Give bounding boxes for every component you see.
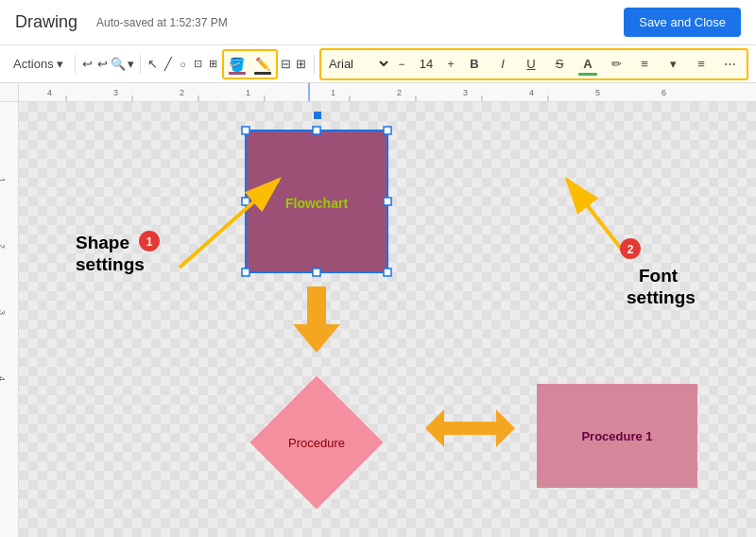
handle-tr[interactable]	[384, 127, 391, 134]
actions-chevron: ▾	[57, 57, 63, 71]
handle-ml[interactable]	[242, 198, 249, 205]
border-icon: ✏️	[255, 57, 270, 71]
drawing-surface[interactable]: Flowchart Procedure Procedure 1	[19, 102, 756, 537]
top-bar: Drawing Auto-saved at 1:52:37 PM Save an…	[0, 0, 756, 45]
fill-icon: 🪣	[229, 57, 245, 72]
underline-button[interactable]: U	[518, 51, 544, 78]
ruler-corner	[0, 83, 19, 102]
ruler-h-svg: 4 3 2 1 1 2 3 4 5 6	[19, 83, 756, 101]
svg-text:4: 4	[47, 88, 52, 97]
ruler-vertical: 1 2 3 4	[0, 102, 19, 537]
shapes-svg: Flowchart Procedure Procedure 1	[19, 102, 756, 537]
fill-color-indicator	[229, 72, 246, 75]
undo-button[interactable]: ↩	[80, 51, 94, 78]
border-color-indicator	[254, 72, 271, 75]
svg-text:5: 5	[595, 88, 600, 97]
svg-line-24	[567, 180, 628, 258]
font-size-decrease[interactable]: −	[393, 51, 410, 78]
handle-tl[interactable]	[242, 127, 249, 134]
font-size-input[interactable]	[412, 57, 440, 71]
ruler-horizontal: 4 3 2 1 1 2 3 4 5 6	[19, 83, 756, 102]
shape-annotation-text-line2: settings	[76, 254, 145, 274]
font-settings-group: Arial − + B I U S A ✏ ≡ ▾ ≡ ⋯	[319, 48, 748, 80]
zoom-icon: 🔍	[111, 57, 126, 71]
svg-text:6: 6	[662, 88, 666, 97]
badge2-text: 2	[627, 243, 634, 256]
svg-text:2: 2	[180, 88, 184, 97]
font-color-button[interactable]: A	[575, 51, 601, 78]
svg-text:4: 4	[529, 88, 534, 97]
svg-text:3: 3	[113, 88, 118, 97]
badge1-text: 1	[146, 235, 153, 249]
zoom-button[interactable]: 🔍 ▾	[111, 51, 134, 78]
strikethrough-button[interactable]: S	[546, 51, 573, 78]
svg-rect-18	[308, 83, 310, 101]
app-title: Drawing	[15, 12, 77, 32]
image-tool[interactable]: ⊞	[207, 51, 220, 78]
svg-text:2: 2	[0, 244, 7, 249]
more-button[interactable]: ⋯	[716, 51, 743, 78]
sep2	[140, 55, 141, 74]
toolbar: Actions ▾ ↩ ↩ 🔍 ▾ ↖ ╱ ○ ⊡ ⊞ 🪣 ✏️ ⊟ ⊞ Ari…	[0, 45, 756, 83]
shape-annotation-text-line1: Shape	[76, 233, 129, 252]
highlight-button[interactable]: ✏	[603, 51, 629, 78]
handle-bl[interactable]	[242, 268, 249, 276]
autosave-status: Auto-saved at 1:52:37 PM	[96, 16, 228, 29]
sep3	[314, 55, 315, 74]
shape-settings-group: 🪣 ✏️	[222, 49, 278, 79]
font-color-indicator	[578, 73, 597, 76]
sep1	[75, 55, 76, 74]
font-annotation-text-line2: settings	[627, 287, 696, 307]
bold-button[interactable]: B	[461, 51, 488, 78]
svg-text:4: 4	[0, 376, 7, 381]
ruler-v-svg: 1 2 3 4	[0, 102, 19, 537]
font-annotation-text-line1: Font	[639, 266, 679, 286]
handle-tc[interactable]	[313, 127, 320, 134]
actions-label: Actions	[13, 57, 54, 71]
align-center-button[interactable]: ⊞	[295, 51, 308, 78]
font-family-select[interactable]: Arial	[325, 56, 391, 72]
save-close-button[interactable]: Save and Close	[624, 8, 741, 37]
svg-text:1: 1	[0, 178, 7, 182]
select-tool[interactable]: ↖	[146, 51, 160, 78]
svg-text:2: 2	[397, 88, 402, 97]
handle-bc[interactable]	[313, 268, 320, 276]
shape-tool[interactable]: ○	[177, 51, 190, 78]
down-arrow[interactable]	[293, 286, 340, 353]
svg-text:1: 1	[331, 88, 335, 97]
double-arrow[interactable]	[425, 409, 515, 447]
chevron-align[interactable]: ▾	[660, 51, 686, 78]
text-align-button[interactable]: ≡	[631, 51, 658, 78]
flowchart-label: Flowchart	[285, 196, 348, 211]
actions-menu[interactable]: Actions ▾	[8, 53, 69, 75]
line-spacing-button[interactable]: ≡	[688, 51, 714, 78]
handle-br[interactable]	[384, 268, 391, 276]
zoom-chevron: ▾	[128, 57, 134, 71]
italic-button[interactable]: I	[490, 51, 516, 78]
annotation-arrow-2	[567, 180, 628, 258]
procedure-label: Procedure	[288, 436, 345, 450]
canvas-area: 4 3 2 1 1 2 3 4 5 6 1 2 3	[0, 83, 756, 537]
font-size-increase[interactable]: +	[442, 51, 459, 78]
text-tool[interactable]: ⊡	[192, 51, 205, 78]
fill-color-button[interactable]: 🪣	[225, 52, 249, 77]
svg-text:3: 3	[463, 88, 468, 97]
handle-mr[interactable]	[384, 198, 391, 205]
align-left-button[interactable]: ⊟	[280, 51, 293, 78]
line-tool[interactable]: ╱	[162, 51, 175, 78]
border-color-button[interactable]: ✏️	[250, 52, 275, 77]
svg-text:3: 3	[0, 310, 7, 315]
procedure1-label: Procedure 1	[581, 429, 652, 443]
undo-button2[interactable]: ↩	[95, 51, 109, 78]
connection-top[interactable]	[314, 112, 321, 119]
svg-text:1: 1	[246, 88, 250, 97]
